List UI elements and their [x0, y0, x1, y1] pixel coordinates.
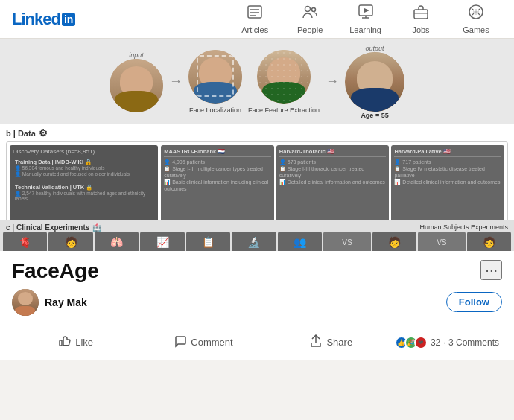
action-row: Like Comment Share [12, 325, 502, 360]
avatar-body [15, 306, 35, 316]
clin-box-11: 🧑 [467, 232, 511, 251]
body-icon-11: 🧑 [483, 236, 495, 248]
comment-icon [174, 334, 187, 351]
avatar-inner [12, 289, 39, 316]
section-b-title: b | Data ⚙ [6, 127, 508, 139]
research-image: input → [0, 39, 514, 251]
avatar-head [18, 292, 33, 305]
clin-box-5: 📋 [186, 232, 230, 251]
age-label: Age = 55 [361, 112, 388, 119]
feature-dots [257, 50, 311, 104]
clin-box-3: 🫁 [95, 232, 139, 251]
input-step: input [110, 51, 163, 112]
data-section: b | Data ⚙ Discovery Datasets (n=58,851)… [0, 124, 514, 220]
face-feature-person [257, 50, 311, 104]
people-icon [302, 4, 318, 24]
post-image: input → [0, 39, 514, 251]
body-icon-1: 🫀 [19, 236, 31, 248]
comment-button[interactable]: Comment [139, 328, 267, 357]
section-b-label: b | Data [6, 129, 36, 138]
like-button[interactable]: Like [12, 328, 139, 357]
share-button[interactable]: Share [267, 328, 395, 357]
nav-item-articles[interactable]: Articles [229, 0, 281, 39]
like-icon [58, 334, 72, 351]
reactions-area: 👍 🎉 ❤ 32 · 3 Comments [395, 336, 502, 349]
clin-box-6: 🔬 [232, 232, 276, 251]
face-feature-img [257, 50, 311, 104]
imdb-wiki-box: Training Data | IMDB-WIKI 🔒 👤 56,304 fam… [13, 156, 155, 179]
human-subjects-label: Human Subjects Experiments [419, 223, 508, 231]
localization-box [197, 55, 234, 97]
harvard-thoracic-title: Harvard-Thoracic 🇺🇸 [279, 148, 387, 157]
follow-button[interactable]: Follow [446, 292, 502, 312]
svg-point-5 [312, 8, 316, 12]
body-icon-2: 🧑 [65, 236, 77, 248]
output-label: output [366, 45, 384, 52]
us-flag: 🇺🇸 [327, 148, 334, 155]
reaction-count: 32 [431, 337, 440, 348]
post-footer: FaceAge ··· Ray Mak Follow Like [0, 251, 514, 360]
face-body-shape [115, 91, 158, 112]
clin-box-4: 📈 [140, 232, 184, 251]
harvard-palliative-box: Harvard-Palliative 🇺🇸 👤 717 patients 📋 S… [391, 145, 504, 220]
face-feature-label: Face Feature Extraction [248, 106, 320, 114]
share-label: Share [326, 337, 352, 348]
utk-title: Technical Validation | UTK 🔒 [15, 184, 153, 191]
harvard-thoracic-text: 👤 573 patients 📋 Stage I-III thoracic ca… [279, 159, 387, 185]
clin-box-2: 🧑 [48, 232, 92, 251]
maastro-box: MAASTRO-Biobank 🇳🇱 👤 4,906 patients 📋 St… [161, 145, 274, 220]
avatar [12, 289, 39, 316]
reaction-love: ❤ [414, 336, 428, 349]
imdb-wiki-title: Training Data | IMDB-WIKI 🔒 [15, 159, 153, 165]
comment-label: Comment [191, 337, 232, 348]
output-step: output Age = 55 [345, 45, 404, 119]
learning-label: Learning [349, 25, 381, 34]
reaction-circles: 👍 🎉 ❤ [395, 336, 428, 349]
body-icon-7: 👥 [294, 236, 306, 248]
logo-text: Linked [12, 10, 60, 29]
clin-box-7: 👥 [278, 232, 322, 251]
face-pipeline: input → [0, 39, 514, 124]
svg-point-4 [305, 7, 311, 12]
clin-box-9: 🧑 [372, 232, 416, 251]
jobs-icon [413, 4, 429, 24]
data-icon: ⚙ [39, 127, 48, 139]
discovery-header: Discovery Datasets (n=58,851) [13, 148, 155, 155]
clinical-icon: 🏥 [92, 223, 101, 232]
body-icon-4: 📈 [156, 236, 169, 248]
nl-flag: 🇳🇱 [218, 148, 225, 155]
nav-item-people[interactable]: People [284, 0, 336, 39]
post-title-row: FaceAge ··· [12, 260, 502, 283]
body-icon-6: 🔬 [247, 236, 260, 248]
face-output-person [345, 52, 404, 112]
feature-step: Face Feature Extraction [248, 50, 320, 114]
face-input [110, 59, 163, 112]
body-icon-3: 🫁 [110, 236, 123, 248]
clinical-title-bar: c | Clinical Experiments 🏥 [6, 223, 101, 232]
clin-box-10: VS [418, 232, 465, 251]
author-row: Ray Mak Follow [12, 289, 502, 316]
face-person-img [110, 59, 163, 112]
people-label: People [297, 25, 323, 34]
nav-item-learning[interactable]: Learning [339, 0, 392, 39]
face-output-img [345, 52, 404, 112]
clin-box-8: VS [323, 232, 370, 251]
maastro-title: MAASTRO-Biobank 🇳🇱 [164, 148, 271, 157]
articles-icon [247, 4, 263, 24]
body-icon-9: 🧑 [388, 236, 401, 248]
games-label: Games [463, 25, 489, 34]
clinical-col: MAASTRO-Biobank 🇳🇱 👤 4,906 patients 📋 St… [161, 145, 504, 220]
logo-box: in [62, 13, 75, 26]
utk-text: 👤 2,547 healthy individuals with matched… [15, 191, 153, 203]
nav-item-jobs[interactable]: Jobs [395, 0, 447, 39]
games-icon [468, 4, 484, 24]
localization-step: Face Localization [188, 50, 242, 114]
navbar: Linked in Articles [0, 0, 514, 39]
section-c-label: c | Clinical Experiments [6, 223, 89, 232]
imdb-wiki-text: 👤 56,304 famous and healthy individuals … [15, 165, 153, 177]
face-localization-person [188, 50, 242, 104]
body-icon-5: 📋 [202, 236, 215, 248]
arrow-1: → [169, 74, 183, 89]
nav-item-games[interactable]: Games [450, 0, 502, 39]
more-options-button[interactable]: ··· [480, 260, 502, 280]
